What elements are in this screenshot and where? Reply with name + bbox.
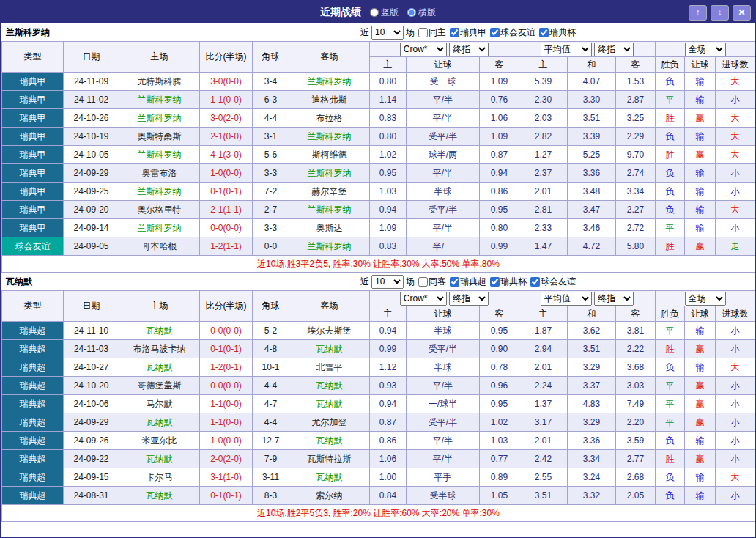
- layout-option-vertical[interactable]: 竖版: [370, 7, 399, 19]
- home-team-cell: 瓦纳默: [119, 413, 200, 432]
- league-1-checkbox[interactable]: [450, 277, 459, 287]
- filter-league-1[interactable]: 瑞典甲: [446, 26, 486, 39]
- away-team-cell: 瓦纳默: [289, 432, 370, 450]
- odds-home-cell: 1.14: [370, 91, 407, 109]
- col-corner: 角球: [253, 42, 289, 73]
- average-select[interactable]: 平均值: [541, 292, 592, 306]
- scroll-up-button[interactable]: ↑: [689, 5, 707, 21]
- corner-cell: 3-1: [253, 128, 289, 146]
- handicap-result-cell: 赢: [685, 413, 716, 432]
- same-away-checkbox[interactable]: [418, 277, 428, 287]
- filter-same-home[interactable]: 同主: [415, 26, 446, 39]
- score-cell: 1-0(0-0): [200, 164, 253, 183]
- goals-result-cell: 小: [716, 413, 755, 432]
- away-team-cell: 兰斯科罗纳: [289, 201, 370, 219]
- match-row: 瑞典甲24-10-19奥斯特桑斯2-1(0-0)3-1兰斯科罗纳0.80受平/半…: [2, 128, 755, 146]
- final-odds-select[interactable]: 终指: [449, 292, 489, 306]
- filter-same-away[interactable]: 同客: [415, 276, 446, 288]
- league-3-checkbox[interactable]: [539, 28, 549, 37]
- match-count-select[interactable]: 10: [371, 275, 404, 289]
- average-select-group: 平均值 终指: [519, 42, 656, 57]
- match-count-select[interactable]: 10: [371, 26, 404, 40]
- vertical-layout-radio[interactable]: [370, 8, 379, 17]
- odds-home-cell: 0.93: [370, 377, 407, 395]
- filter-league-2[interactable]: 瑞典杯: [486, 276, 527, 288]
- match-row: 瑞典超24-10-20哥德堡盖斯0-0(0-0)4-4瓦纳默0.93平/半0.9…: [2, 377, 755, 395]
- odds-home-cell: 0.94: [370, 201, 407, 219]
- handicap-result-cell: 输: [685, 128, 716, 146]
- odds-home-cell: 0.83: [370, 237, 407, 256]
- odds-away-cell: 0.86: [480, 183, 519, 201]
- date-cell: 24-09-25: [64, 183, 119, 201]
- average-final-select[interactable]: 终指: [594, 292, 634, 306]
- league-2-checkbox[interactable]: [490, 28, 500, 37]
- col-type: 类型: [2, 291, 64, 322]
- league-1-checkbox[interactable]: [450, 28, 459, 37]
- bookmaker-select[interactable]: Crow*: [400, 292, 447, 306]
- filter-league-2[interactable]: 球会友谊: [486, 26, 536, 39]
- handicap-result-cell: 赢: [685, 395, 716, 413]
- away-team-cell: 瓦斯特拉斯: [289, 450, 370, 468]
- goals-result-cell: 大: [716, 109, 755, 128]
- date-cell: 24-11-03: [64, 340, 119, 358]
- league-2-checkbox[interactable]: [490, 277, 500, 287]
- score-cell: 2-0(2-0): [200, 450, 253, 468]
- col-away: 客场: [289, 42, 370, 73]
- avg-home-cell: 2.30: [519, 91, 568, 109]
- avg-draw-cell: 3.32: [568, 487, 616, 505]
- bookmaker-select[interactable]: Crow*: [400, 43, 447, 56]
- corner-cell: 5-2: [253, 322, 289, 340]
- avg-away-cell: 7.49: [616, 395, 656, 413]
- goals-result-cell: 小: [716, 183, 755, 201]
- odds-home-cell: 1.12: [370, 358, 407, 377]
- avg-home-cell: 1.37: [519, 395, 568, 413]
- average-select[interactable]: 平均值: [541, 43, 592, 56]
- match-row: 瑞典甲24-10-26兰斯科罗纳3-0(2-0)4-4布拉格0.83平/半1.0…: [2, 109, 755, 128]
- handicap-line-cell: 平/半: [407, 219, 480, 237]
- score-cell: 3-0(0-0): [200, 73, 253, 91]
- home-team-cell: 米亚尔比: [119, 432, 200, 450]
- filter-league-3[interactable]: 球会友谊: [527, 276, 576, 288]
- filter-label: 瑞典杯: [500, 276, 527, 288]
- away-team-cell: 北雪平: [289, 358, 370, 377]
- date-cell: 24-09-29: [64, 413, 119, 432]
- result-cell: 负: [656, 468, 685, 487]
- avg-away-cell: 3.68: [616, 358, 656, 377]
- handicap-result-cell: 输: [685, 487, 716, 505]
- filter-league-1[interactable]: 瑞典超: [446, 276, 486, 288]
- horizontal-layout-radio[interactable]: [407, 8, 416, 17]
- titlebar: 近期战绩 竖版 横版 ↑ ↓ ✕: [1, 1, 755, 23]
- date-cell: 24-09-22: [64, 450, 119, 468]
- scope-select[interactable]: 全场: [685, 43, 726, 56]
- same-home-checkbox[interactable]: [418, 28, 428, 37]
- goals-result-cell: 小: [716, 432, 755, 450]
- final-odds-select[interactable]: 终指: [449, 43, 489, 56]
- away-team-cell: 兰斯科罗纳: [289, 73, 370, 91]
- avg-draw-cell: 3.36: [568, 432, 616, 450]
- close-button[interactable]: ✕: [733, 5, 751, 21]
- filter-league-3[interactable]: 瑞典杯: [536, 26, 576, 39]
- league-type-cell: 瑞典超: [2, 395, 64, 413]
- home-team-cell: 奥尔格里特: [119, 201, 200, 219]
- scope-select[interactable]: 全场: [685, 292, 726, 306]
- goals-result-cell: 大: [716, 128, 755, 146]
- odds-away-cell: 0.96: [480, 377, 519, 395]
- goals-result-cell: 小: [716, 395, 755, 413]
- avg-away-cell: 2.74: [616, 164, 656, 183]
- sub-result: 胜负: [656, 57, 685, 73]
- col-corner: 角球: [253, 291, 289, 322]
- league-type-cell: 瑞典超: [2, 468, 64, 487]
- window-title: 近期战绩: [320, 6, 361, 19]
- match-row: 瑞典超24-08-31瓦纳默0-1(0-1)8-3索尔纳0.84受半球1.053…: [2, 487, 755, 505]
- score-cell: 3-1(1-0): [200, 468, 253, 487]
- goals-result-cell: 大: [716, 468, 755, 487]
- home-team-cell: 兰斯科罗纳: [119, 91, 200, 109]
- average-final-select[interactable]: 终指: [594, 43, 634, 56]
- league-3-checkbox[interactable]: [530, 277, 540, 287]
- away-team-cell: 瓦纳默: [289, 377, 370, 395]
- layout-option-horizontal[interactable]: 横版: [407, 7, 436, 19]
- section-header: 瓦纳默 近 10 场 同客 瑞典超 瑞典杯 球会友谊: [1, 273, 755, 290]
- scroll-down-button[interactable]: ↓: [711, 5, 729, 21]
- match-row: 瑞典超24-09-26米亚尔比1-0(0-0)12-7瓦纳默0.86平/半1.0…: [2, 432, 755, 450]
- goals-result-cell: 小: [716, 377, 755, 395]
